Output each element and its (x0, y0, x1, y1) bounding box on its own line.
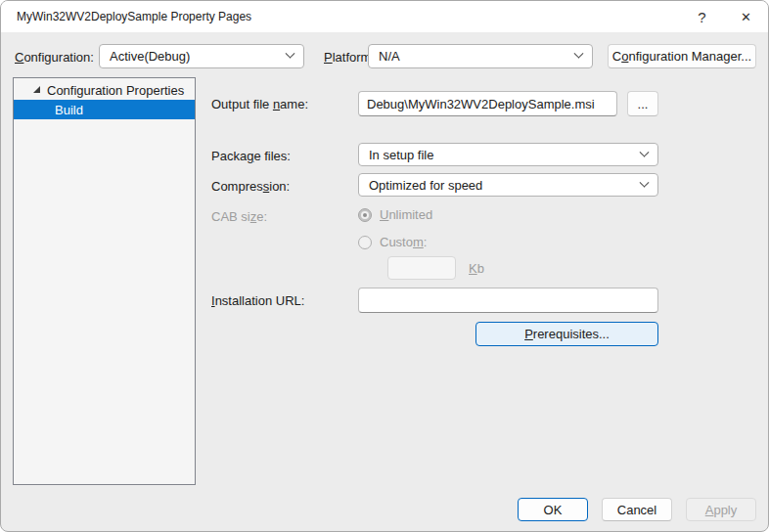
platform-selected-value: N/A (379, 49, 400, 64)
package-files-selected-value: In setup file (369, 148, 434, 162)
titlebar: MyWin32WV2DeploySample Property Pages ? … (1, 1, 768, 32)
apply-label: Apply (705, 503, 738, 517)
cab-size-label: CAB size: (211, 209, 267, 224)
radio-button-icon (358, 208, 372, 222)
browse-button[interactable]: ... (627, 91, 658, 116)
radio-custom: Custom: (358, 235, 427, 249)
tree-item-build[interactable]: Build (14, 100, 195, 119)
cab-size-input (387, 256, 456, 280)
chevron-down-icon (574, 49, 584, 59)
cancel-label: Cancel (617, 503, 656, 517)
installation-url-input[interactable] (358, 288, 658, 313)
tree-item-label: Configuration Properties (47, 83, 184, 98)
browse-button-label: ... (638, 97, 649, 111)
close-icon: ✕ (741, 10, 751, 24)
configuration-select[interactable]: Active(Debug) (99, 44, 304, 68)
ok-button[interactable]: OK (518, 498, 588, 521)
window-title: MyWin32WV2DeploySample Property Pages (17, 10, 251, 23)
help-button[interactable]: ? (680, 2, 724, 32)
prerequisites-button[interactable]: Prerequisites... (475, 322, 658, 346)
chevron-down-icon (640, 177, 650, 187)
output-file-label: Output file name: (211, 97, 308, 111)
ok-label: OK (544, 503, 563, 517)
package-files-label: Package files: (211, 149, 291, 163)
configuration-label: Configuration: (15, 50, 94, 65)
compression-label: Compression: (211, 179, 290, 194)
close-button[interactable]: ✕ (724, 2, 768, 32)
radio-unlimited-label: Unlimited (380, 207, 432, 222)
apply-button: Apply (686, 498, 756, 521)
configuration-manager-button[interactable]: Configuration Manager... (608, 44, 756, 68)
tree-item-configuration-properties[interactable]: Configuration Properties (14, 80, 195, 100)
prerequisites-label: Prerequisites... (524, 327, 610, 341)
radio-custom-label: Custom: (380, 235, 427, 249)
compression-select[interactable]: Optimized for speed (358, 173, 658, 197)
configuration-selected-value: Active(Debug) (110, 49, 190, 64)
chevron-down-icon (286, 49, 295, 59)
radio-unlimited: Unlimited (358, 207, 432, 222)
kb-unit-label: Kb (469, 261, 484, 276)
output-file-input[interactable] (358, 91, 617, 116)
cancel-button[interactable]: Cancel (602, 498, 672, 521)
tree-expand-icon (33, 86, 40, 93)
configuration-manager-label: Configuration Manager... (612, 49, 751, 64)
platform-select[interactable]: N/A (368, 44, 593, 68)
chevron-down-icon (640, 147, 650, 156)
configuration-tree: Configuration Properties Build (13, 77, 196, 485)
compression-selected-value: Optimized for speed (369, 178, 482, 193)
property-pages-dialog: MyWin32WV2DeploySample Property Pages ? … (0, 0, 769, 532)
tree-item-label: Build (55, 103, 83, 117)
package-files-select[interactable]: In setup file (358, 143, 658, 166)
help-icon: ? (698, 9, 705, 25)
radio-button-icon (358, 236, 372, 249)
installation-url-label: Installation URL: (211, 293, 304, 308)
